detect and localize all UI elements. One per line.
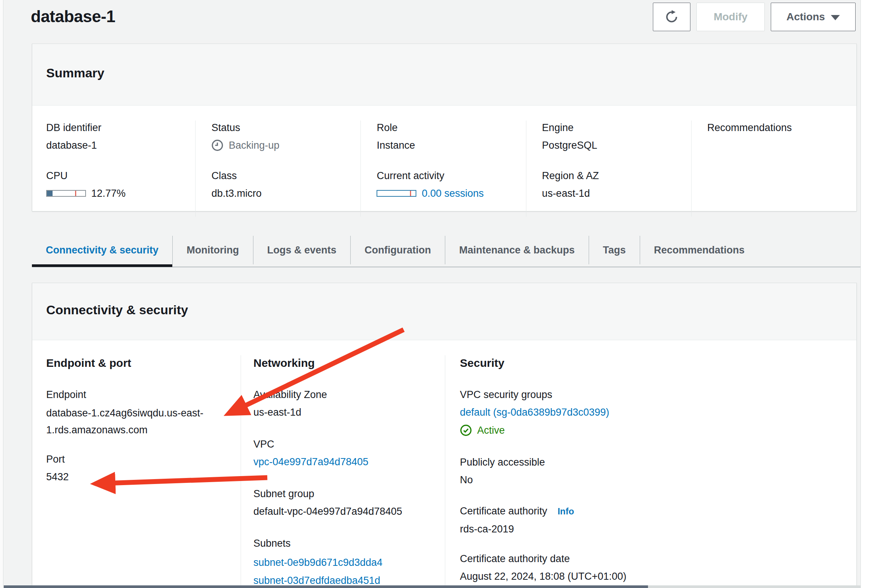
security-heading: Security [460,355,856,371]
role-field: Role Instance [377,121,526,153]
class-label: Class [211,169,360,183]
db-identifier-value: database-1 [46,138,195,153]
tab-configuration[interactable]: Configuration [350,236,445,264]
current-activity-bar [377,190,416,197]
security-group-status: Active [477,422,505,439]
summary-col-status: Status Backing-up Class db.t3.micro [195,121,360,217]
current-activity-label: Current activity [377,169,526,183]
endpoint-label: Endpoint [46,387,241,402]
cpu-field: CPU 12.77% [46,169,195,201]
subnet-group-label: Subnet group [253,487,445,501]
availability-zone-value: us-east-1d [253,405,445,420]
tab-tags[interactable]: Tags [589,236,640,264]
region-az-value: us-east-1d [542,186,691,201]
cpu-bar-fill [47,191,53,196]
actions-button[interactable]: Actions [771,3,856,31]
port-field: Port 5432 [46,452,241,484]
modify-button[interactable]: Modify [696,3,765,31]
clock-icon [211,139,223,151]
vpc-security-groups-field: VPC security groups default (sg-0da6389b… [460,387,856,439]
tab-maintenance-backups[interactable]: Maintenance & backups [445,236,589,264]
security-column: Security VPC security groups default (sg… [445,355,856,588]
role-value: Instance [377,138,526,153]
availability-zone-field: Availability Zone us-east-1d [253,387,445,420]
subnet-link-1[interactable]: subnet-0e9b9d671c9d3dda4 [253,553,445,571]
db-identifier-field: DB identifier database-1 [46,121,195,153]
summary-panel-header: Summary [32,44,856,106]
connectivity-body: Endpoint & port Endpoint database-1.cz4a… [32,340,856,588]
certificate-authority-label-row: Certificate authority Info [460,504,856,519]
tab-bar: Connectivity & securityMonitoringLogs & … [32,236,758,264]
horizontal-scrollbar-track[interactable] [4,585,860,588]
certificate-authority-value: rds-ca-2019 [460,522,856,537]
current-activity-sessions-link[interactable]: 0.00 sessions [422,186,484,201]
availability-zone-label: Availability Zone [253,387,445,402]
cpu-value: 12.77% [91,186,126,201]
recommendations-field: Recommendations [707,121,856,135]
refresh-button[interactable] [653,3,690,31]
status-field: Status Backing-up [211,121,360,153]
summary-body: DB identifier database-1 CPU 12.77% Stat… [32,106,856,217]
toolbar: Modify Actions [653,3,856,31]
subnet-group-field: Subnet group default-vpc-04e997d7a94d784… [253,487,445,519]
region-az-label: Region & AZ [542,169,691,183]
vpc-label: VPC [253,437,445,451]
certificate-authority-info-link[interactable]: Info [558,506,574,516]
status-value: Backing-up [229,138,279,153]
networking-column: Networking Availability Zone us-east-1d … [241,355,445,588]
role-label: Role [377,121,526,135]
tab-monitoring[interactable]: Monitoring [172,236,253,264]
tab-logs-events[interactable]: Logs & events [253,236,351,264]
region-az-field: Region & AZ us-east-1d [542,169,691,201]
summary-heading: Summary [46,65,856,81]
endpoint-port-heading: Endpoint & port [46,355,241,371]
summary-col-recommendations: Recommendations [691,121,856,217]
connectivity-security-panel: Connectivity & security Endpoint & port … [32,283,857,588]
check-circle-icon [460,424,472,436]
certificate-authority-label: Certificate authority [460,505,547,517]
vpc-link[interactable]: vpc-04e997d7a94d78405 [253,456,368,467]
security-group-link[interactable]: default (sg-0da6389b97d3c0399) [460,407,609,418]
engine-value: PostgreSQL [542,138,691,153]
summary-col-engine: Engine PostgreSQL Region & AZ us-east-1d [526,121,691,217]
subnets-label: Subnets [253,536,445,550]
current-activity-threshold-tick [410,191,411,196]
summary-col-role: Role Instance Current activity 0.00 sess… [360,121,526,217]
vpc-field: VPC vpc-04e997d7a94d78405 [253,437,445,469]
port-label: Port [46,452,241,466]
vertical-scrollbar-track[interactable] [860,0,877,588]
actions-button-label: Actions [787,11,825,23]
engine-label: Engine [542,121,691,135]
engine-field: Engine PostgreSQL [542,121,691,153]
page-title: database-1 [31,5,115,28]
certificate-authority-date-label: Certificate authority date [460,552,856,566]
class-value: db.t3.micro [211,186,360,201]
window-left-edge [0,0,3,588]
port-value: 5432 [46,469,241,484]
certificate-authority-date-value: August 22, 2024, 18:08 (UTC+01:00) [460,569,856,584]
cpu-label: CPU [46,169,195,183]
horizontal-scrollbar-thumb[interactable] [4,585,648,588]
connectivity-heading: Connectivity & security [46,302,856,318]
certificate-authority-field: Certificate authority Info rds-ca-2019 [460,504,856,537]
networking-heading: Networking [253,355,445,371]
certificate-authority-date-field: Certificate authority date August 22, 20… [460,552,856,584]
cpu-progress-bar [46,190,86,197]
publicly-accessible-value: No [460,472,856,487]
tab-recommendations[interactable]: Recommendations [640,236,759,264]
endpoint-port-column: Endpoint & port Endpoint database-1.cz4a… [32,355,241,588]
endpoint-value: database-1.cz4ag6siwqdu.us-east-1.rds.am… [46,405,210,439]
publicly-accessible-field: Publicly accessible No [460,455,856,487]
caret-down-icon [831,15,840,20]
tab-connectivity-security[interactable]: Connectivity & security [32,236,172,264]
page-header: database-1 [31,5,115,28]
db-identifier-label: DB identifier [46,121,195,135]
subnet-group-value: default-vpc-04e997d7a94d78405 [253,504,445,519]
summary-col-identifier: DB identifier database-1 CPU 12.77% [32,121,195,217]
refresh-icon [665,10,679,24]
current-activity-field: Current activity 0.00 sessions [377,169,526,201]
recommendations-label: Recommendations [707,121,856,135]
status-label: Status [211,121,360,135]
class-field: Class db.t3.micro [211,169,360,201]
cpu-bar-threshold-tick [75,191,76,196]
